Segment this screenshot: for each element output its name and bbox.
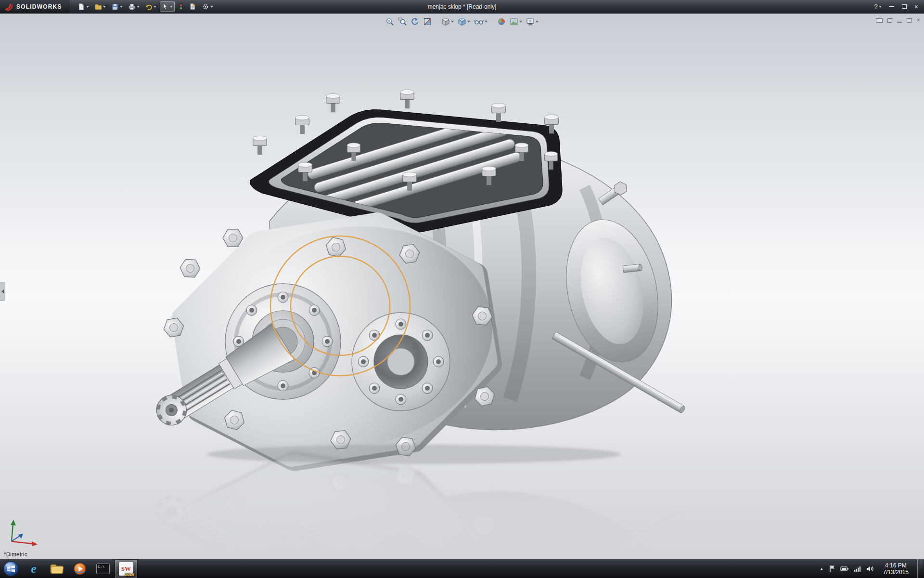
start-button[interactable] (0, 559, 22, 578)
window-controls: ? × (874, 3, 924, 10)
action-center-flag-icon[interactable] (829, 565, 835, 573)
help-button[interactable]: ? (874, 3, 882, 10)
tile-icon (887, 18, 892, 23)
chevron-down-icon (536, 21, 539, 23)
document-window-controls: × (876, 16, 920, 25)
solidworks-window: SOLIDWORKS (0, 0, 924, 578)
internet-explorer-icon: e (31, 562, 37, 576)
cascade-icon (878, 18, 883, 23)
view-orientation-label: *Dimetric (4, 551, 27, 558)
model-shadow (207, 445, 621, 464)
windows-start-icon (3, 561, 19, 577)
hide-show-items-button[interactable] (473, 17, 488, 26)
chevron-down-icon (154, 6, 156, 8)
select-button[interactable] (160, 1, 175, 12)
printer-icon (128, 3, 136, 11)
display-style-cube-icon (458, 17, 466, 26)
battery-icon[interactable] (840, 565, 849, 572)
chevron-down-icon (170, 6, 173, 8)
select-cursor-icon (162, 3, 169, 10)
restore-icon (907, 18, 911, 23)
taskbar: e C:\ (0, 559, 924, 578)
3d-viewport[interactable] (0, 14, 924, 559)
doc-close-button[interactable]: × (916, 18, 920, 23)
previous-view-icon (411, 17, 419, 26)
apply-scene-icon (510, 17, 518, 26)
media-player-icon (73, 562, 87, 576)
taskbar-item-solidworks-2015[interactable]: SW 2015 (115, 559, 138, 578)
section-view-button[interactable] (422, 17, 433, 26)
apply-scene-button[interactable] (509, 17, 523, 26)
minimize-icon (897, 22, 902, 23)
view-orientation-cube-icon (441, 17, 450, 26)
chevron-down-icon (137, 6, 140, 8)
taskbar-item-command-prompt[interactable]: C:\ (91, 559, 115, 578)
options-gear-icon (202, 3, 209, 11)
chevron-down-icon (86, 6, 89, 8)
new-document-icon (77, 3, 85, 11)
solidworks-glyph: SW (121, 565, 131, 573)
file-properties-button[interactable] (187, 1, 198, 12)
reference-triad (6, 517, 39, 548)
chevron-down-icon (879, 6, 882, 8)
maximize-button[interactable] (902, 4, 907, 9)
previous-view-button[interactable] (410, 17, 420, 26)
save-button[interactable] (109, 1, 125, 12)
floor-fade (0, 461, 924, 559)
zoom-to-fit-icon (385, 17, 394, 26)
edit-appearance-button[interactable] (496, 17, 507, 26)
close-icon: × (916, 16, 920, 24)
chevron-down-icon (120, 6, 123, 8)
zoom-to-fit-button[interactable] (385, 17, 395, 26)
view-settings-button[interactable] (525, 17, 539, 26)
file-properties-icon (189, 3, 196, 10)
display-style-button[interactable] (457, 17, 471, 26)
chevron-down-icon (519, 21, 522, 23)
new-button[interactable] (76, 1, 91, 12)
taskbar-clock[interactable]: 4:16 PM 7/13/2015 (879, 562, 912, 576)
undo-arrow-icon (145, 3, 153, 11)
tile-windows-button[interactable] (887, 16, 892, 25)
doc-minimize-button[interactable] (897, 16, 902, 25)
command-prompt-icon: C:\ (96, 564, 110, 574)
minimize-button[interactable] (889, 6, 894, 7)
cascade-windows-button[interactable] (876, 16, 883, 25)
feature-manager-collapse-tab[interactable] (0, 282, 5, 301)
network-icon[interactable] (854, 565, 861, 572)
hide-show-glasses-icon (474, 17, 484, 26)
taskbar-item-media-player[interactable] (68, 559, 91, 578)
taskbar-item-internet-explorer[interactable]: e (22, 559, 45, 578)
undo-button[interactable] (143, 1, 158, 12)
options-button[interactable] (200, 1, 215, 12)
edit-appearance-ball-icon (497, 17, 506, 26)
clock-time: 4:16 PM (883, 562, 909, 569)
close-icon: × (914, 4, 918, 9)
view-orientation-button[interactable] (440, 17, 455, 26)
rebuild-button[interactable] (176, 1, 186, 12)
help-icon: ? (874, 3, 878, 10)
open-button[interactable] (92, 1, 108, 12)
taskbar-item-file-explorer[interactable] (45, 559, 68, 578)
brand-text: SOLIDWORKS (16, 3, 62, 10)
title-bar: SOLIDWORKS (0, 0, 924, 13)
chevron-down-icon (103, 6, 106, 8)
doc-restore-button[interactable] (907, 16, 911, 25)
print-button[interactable] (126, 1, 141, 12)
chevron-down-icon (210, 6, 213, 8)
system-tray: ▲ 4:16 PM 7/13/2015 (820, 559, 924, 578)
save-floppy-icon (111, 3, 119, 11)
zoom-to-area-button[interactable] (397, 17, 408, 26)
show-hidden-icons-button[interactable]: ▲ (820, 566, 824, 571)
view-settings-icon (526, 17, 535, 26)
section-view-icon (423, 17, 432, 26)
gearbox-model[interactable] (147, 90, 686, 473)
command-prompt-glyph: C:\ (98, 565, 104, 569)
volume-icon[interactable] (866, 565, 874, 572)
chevron-down-icon (485, 21, 488, 23)
solidworks-logo: SOLIDWORKS (0, 0, 70, 13)
clock-date: 7/13/2015 (883, 569, 909, 576)
close-button[interactable]: × (914, 4, 918, 9)
zoom-to-area-icon (398, 17, 407, 26)
graphics-area: × *Dimetric (0, 13, 924, 559)
show-desktop-button[interactable] (917, 559, 923, 578)
